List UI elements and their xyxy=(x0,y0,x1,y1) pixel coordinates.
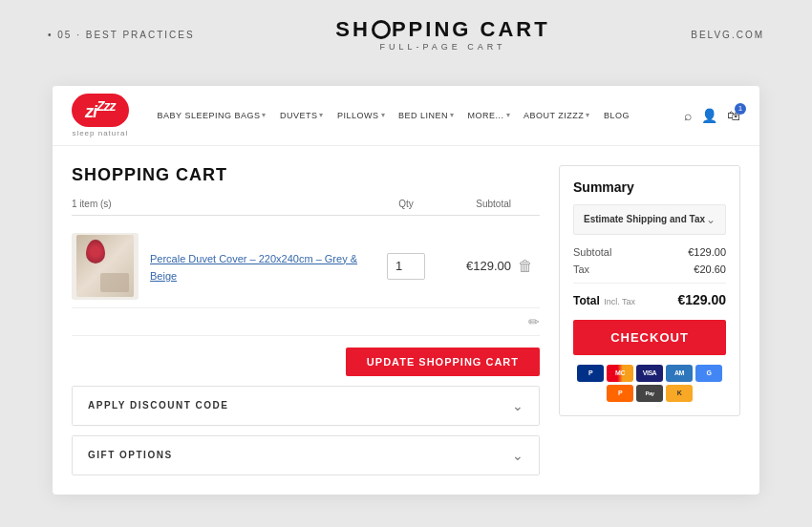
summary-divider xyxy=(573,283,726,284)
summary-box: Summary Estimate Shipping and Tax ⌄ Subt… xyxy=(559,165,740,416)
discount-accordion-header[interactable]: APPLY DISCOUNT CODE ⌄ xyxy=(73,387,539,425)
nav-bed-linen[interactable]: BED LINEN ▾ xyxy=(398,111,455,120)
chevron-down-icon: ⌄ xyxy=(512,448,524,463)
nav-menu: BABY SLEEPING BAGS ▾ DUVETS ▾ PILLOWS ▾ … xyxy=(158,111,655,120)
nav-blog[interactable]: BLOG xyxy=(604,111,630,120)
edit-row: ✏ xyxy=(72,308,540,336)
subtotal-line: Subtotal €129.00 xyxy=(573,246,726,258)
quantity-field xyxy=(377,253,435,280)
nav-icons: ⌕ 👤 🛍 1 xyxy=(684,108,740,123)
chevron-down-icon: ▾ xyxy=(262,111,267,119)
chevron-down-icon: ▾ xyxy=(381,111,386,119)
subtotal-value: €129.00 xyxy=(688,246,726,258)
o-ring-icon xyxy=(372,20,391,39)
col-subtotal-header: Subtotal xyxy=(435,199,511,209)
amex-icon: AM xyxy=(666,365,693,382)
item-subtotal: €129.00 xyxy=(435,259,511,273)
summary-panel: Summary Estimate Shipping and Tax ⌄ Subt… xyxy=(559,165,740,475)
search-icon[interactable]: ⌕ xyxy=(684,108,692,123)
delete-item-button[interactable]: 🗑 xyxy=(511,258,540,275)
top-bar-center: SHPPING CART FULL-PAGE CART xyxy=(335,17,549,52)
product-name-link[interactable]: Percale Duvet Cover – 220x240cm – Grey &… xyxy=(150,253,357,282)
edit-icon[interactable]: ✏ xyxy=(528,314,540,329)
tax-line: Tax €20.60 xyxy=(573,264,726,275)
main-card: ziZzz sleep natural BABY SLEEPING BAGS ▾… xyxy=(53,86,759,495)
product-thumbnail xyxy=(76,235,134,297)
apple-pay-icon: Pay xyxy=(636,385,663,402)
cart-table-header: 1 item (s) Qty Subtotal xyxy=(72,199,540,216)
col-qty-header: Qty xyxy=(377,199,435,209)
paypal-icon: P xyxy=(577,365,604,382)
chevron-down-icon: ▾ xyxy=(506,111,511,119)
top-bar-right: BELVG.COM xyxy=(691,30,764,40)
logo-text: ziZzz xyxy=(85,98,116,122)
top-bar-left: • 05 · BEST PRACTICES xyxy=(48,30,195,40)
table-row: Percale Duvet Cover – 220x240cm – Grey &… xyxy=(72,225,540,308)
subtotal-label: Subtotal xyxy=(573,246,611,258)
gift-accordion-header[interactable]: GIFT OPTIONS ⌄ xyxy=(73,436,539,474)
logo-tagline: sleep natural xyxy=(72,129,128,137)
gift-accordion: GIFT OPTIONS ⌄ xyxy=(72,435,540,475)
chevron-down-icon: ▾ xyxy=(319,111,324,119)
chevron-down-icon: ▾ xyxy=(586,111,590,119)
total-label: Total xyxy=(573,294,600,307)
estimate-label: Estimate Shipping and Tax xyxy=(584,214,705,224)
quantity-input[interactable] xyxy=(387,253,425,280)
product-info: Percale Duvet Cover – 220x240cm – Grey &… xyxy=(150,249,377,284)
cart-section: SHOPPING CART 1 item (s) Qty Subtotal Pe… xyxy=(72,165,540,475)
product-image xyxy=(72,233,139,300)
page-wrapper: • 05 · BEST PRACTICES SHPPING CART FULL-… xyxy=(0,0,812,527)
total-value: €129.00 xyxy=(677,292,726,307)
mastercard-icon: MC xyxy=(607,365,633,382)
item-count-label: 1 item (s) xyxy=(72,199,377,209)
nav-about[interactable]: ABOUT ZIZZZ ▾ xyxy=(524,111,590,120)
nav-baby-sleeping-bags[interactable]: BABY SLEEPING BAGS ▾ xyxy=(158,111,267,120)
summary-title: Summary xyxy=(573,179,726,195)
chevron-down-icon: ⌄ xyxy=(706,213,716,226)
google-pay-icon: G xyxy=(695,365,722,382)
user-icon[interactable]: 👤 xyxy=(701,108,717,123)
tax-value: €20.60 xyxy=(694,264,726,275)
update-btn-row: Update Shopping Cart xyxy=(72,348,540,376)
estimate-shipping-button[interactable]: Estimate Shipping and Tax ⌄ xyxy=(573,204,726,235)
checkout-button[interactable]: Checkout xyxy=(573,320,726,355)
payment-icon-p: P xyxy=(607,385,633,402)
klarna-icon: K xyxy=(666,385,693,402)
cart-icon[interactable]: 🛍 1 xyxy=(727,108,740,123)
total-incl-tax: Incl. Tax xyxy=(604,297,635,306)
discount-accordion: APPLY DISCOUNT CODE ⌄ xyxy=(72,386,540,426)
update-cart-button[interactable]: Update Shopping Cart xyxy=(346,348,540,376)
content-area: SHOPPING CART 1 item (s) Qty Subtotal Pe… xyxy=(53,146,759,495)
logo-area: ziZzz sleep natural xyxy=(72,94,129,137)
discount-label: APPLY DISCOUNT CODE xyxy=(88,400,228,411)
logo-badge[interactable]: ziZzz xyxy=(72,94,129,127)
visa-icon: VISA xyxy=(636,365,663,382)
total-row: Total Incl. Tax €129.00 xyxy=(573,291,726,308)
page-subtitle: FULL-PAGE CART xyxy=(335,42,549,52)
tax-label: Tax xyxy=(573,264,589,275)
top-bar: • 05 · BEST PRACTICES SHPPING CART FULL-… xyxy=(0,17,812,52)
chevron-down-icon: ⌄ xyxy=(512,398,524,413)
nav-duvets[interactable]: DUVETS ▾ xyxy=(280,111,324,120)
chevron-down-icon: ▾ xyxy=(450,111,455,119)
cart-title: SHOPPING CART xyxy=(72,165,540,185)
cart-count-badge: 1 xyxy=(735,103,746,115)
total-label-group: Total Incl. Tax xyxy=(573,291,635,308)
nav-pillows[interactable]: PILLOWS ▾ xyxy=(337,111,385,120)
nav-more[interactable]: MORE... ▾ xyxy=(468,111,511,120)
payment-icons: P MC VISA AM G P Pay K xyxy=(573,365,726,402)
gift-label: GIFT OPTIONS xyxy=(88,450,173,460)
store-header: ziZzz sleep natural BABY SLEEPING BAGS ▾… xyxy=(53,86,759,146)
page-title-heading: SHPPING CART xyxy=(335,17,549,42)
